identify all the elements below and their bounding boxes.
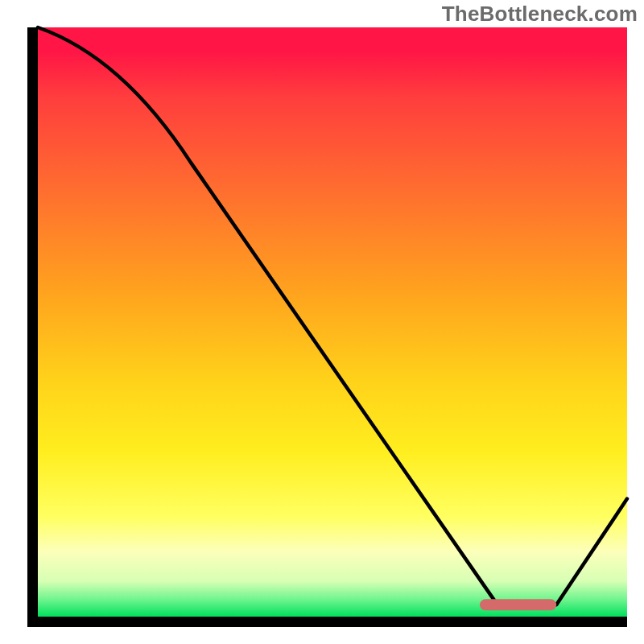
chart-stage: TheBottleneck.com: [0, 0, 644, 644]
watermark-text: TheBottleneck.com: [442, 2, 638, 27]
plot-frame: [27, 27, 627, 627]
marker-layer: [38, 27, 627, 617]
marker-bar: [480, 599, 556, 610]
